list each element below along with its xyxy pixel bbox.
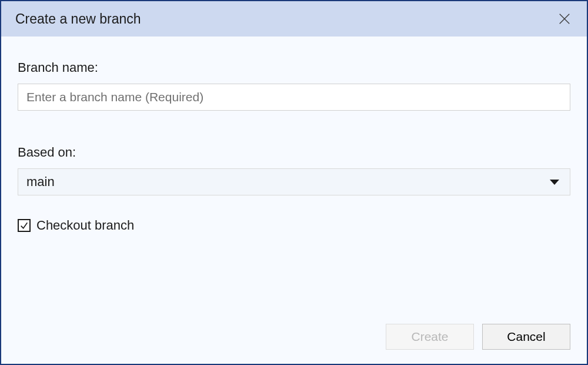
- titlebar: Create a new branch: [1, 1, 587, 36]
- branch-name-label: Branch name:: [18, 60, 570, 75]
- chevron-down-icon: [550, 180, 559, 185]
- based-on-selected-value: main: [26, 174, 55, 190]
- checkmark-icon: [19, 221, 29, 230]
- dialog-footer: Create Cancel: [1, 324, 587, 364]
- dialog-title: Create a new branch: [15, 11, 141, 27]
- based-on-select[interactable]: main: [18, 168, 570, 195]
- dialog-content: Branch name: Based on: main Checkout bra…: [1, 36, 587, 324]
- close-icon: [558, 12, 571, 25]
- create-branch-dialog: Create a new branch Branch name: Based o…: [0, 0, 588, 365]
- based-on-label: Based on:: [18, 145, 570, 160]
- branch-name-input[interactable]: [18, 84, 570, 111]
- checkout-branch-row: Checkout branch: [18, 218, 570, 233]
- cancel-button[interactable]: Cancel: [482, 324, 570, 350]
- create-button[interactable]: Create: [386, 324, 474, 350]
- checkout-branch-checkbox[interactable]: [18, 219, 31, 232]
- checkout-branch-label: Checkout branch: [36, 218, 134, 233]
- close-button[interactable]: [554, 8, 575, 29]
